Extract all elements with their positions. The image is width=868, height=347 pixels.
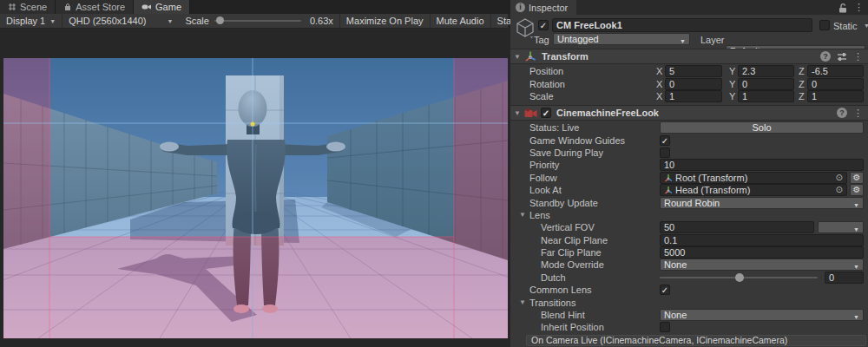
checkmark: ✓ <box>542 108 549 118</box>
object-picker-icon[interactable]: ⊙ <box>836 185 843 195</box>
game-window-guides-row: Game Window Guides ✓ <box>510 134 868 146</box>
game-window-guides-checkbox[interactable]: ✓ <box>660 135 670 146</box>
inherit-position-label: Inherit Position <box>541 322 604 332</box>
solo-button[interactable]: Solo <box>660 121 864 134</box>
checkmark: ✓ <box>540 21 547 30</box>
transform-icon <box>524 50 536 62</box>
scale-x-field[interactable]: 1 <box>665 90 722 102</box>
scale-y-field[interactable]: 1 <box>738 90 794 102</box>
standby-update-dropdown[interactable]: Round Robin▼ <box>660 197 864 209</box>
presets-icon[interactable] <box>837 52 847 62</box>
foldout-arrow-icon[interactable]: ▼ <box>514 109 524 117</box>
transform-header[interactable]: ▼ Transform ? ⋮ <box>510 49 868 64</box>
scale-value: 0.63x <box>310 16 333 26</box>
axis-z-label: Z <box>799 66 805 76</box>
blend-hint-dropdown[interactable]: None▼ <box>660 309 864 321</box>
display-dropdown[interactable]: Display 1 ▼ <box>0 14 62 29</box>
foldout-arrow-icon[interactable]: ▼ <box>514 53 524 61</box>
scale-slider[interactable] <box>214 20 301 22</box>
help-icon[interactable]: ? <box>837 108 847 118</box>
lookat-object-field[interactable]: Head (Transform) ⊙ <box>660 184 847 196</box>
gameobject-active-checkbox[interactable]: ✓ <box>538 20 549 30</box>
lookat-value: Head (Transform) <box>675 185 750 195</box>
mute-audio-button[interactable]: Mute Audio <box>430 14 490 29</box>
kebab-menu-icon[interactable]: ⋮ <box>853 108 863 119</box>
kebab-menu-icon[interactable]: ⋮ <box>854 2 864 13</box>
follow-value: Root (Transform) <box>675 173 747 183</box>
inherit-position-checkbox[interactable] <box>660 322 670 332</box>
mute-audio-label: Mute Audio <box>437 16 484 26</box>
mode-override-label: Mode Override <box>541 259 604 270</box>
transitions-foldout[interactable]: ▼ Transitions <box>510 296 868 308</box>
common-lens-label: Common Lens <box>529 285 592 295</box>
axis-z-label: Z <box>799 79 805 89</box>
rotation-z-field[interactable]: 0 <box>807 78 864 90</box>
game-view-panel: Scene Asset Store Game Display 1 ▼ QHD (… <box>0 0 510 347</box>
static-flags-dropdown[interactable]: ▼ <box>864 23 868 29</box>
tab-scene[interactable]: Scene <box>0 0 56 14</box>
dutch-slider[interactable] <box>660 272 818 284</box>
status-label: Status: Live <box>529 122 579 133</box>
gear-icon[interactable]: ⚙ <box>850 172 864 184</box>
vertical-fov-field[interactable]: 50 <box>660 221 814 233</box>
standby-update-label: Standby Update <box>529 198 598 208</box>
save-during-play-checkbox[interactable] <box>660 147 670 158</box>
tag-value: Untagged <box>557 34 599 44</box>
fov-preset-dropdown[interactable]: ▼ <box>818 221 864 233</box>
inspector-tab-bar: i Inspector ⋮ <box>510 0 868 15</box>
position-y-field[interactable]: 2.3 <box>738 65 794 77</box>
rotation-x-field[interactable]: 0 <box>665 78 722 90</box>
scene-grid-icon <box>8 3 16 11</box>
asset-store-bag-icon <box>63 3 72 11</box>
save-during-play-label: Save During Play <box>529 147 603 158</box>
hard-zone-right <box>454 58 508 338</box>
lock-icon[interactable] <box>838 3 847 13</box>
inspector-info-icon: i <box>516 3 525 12</box>
axis-y-label: Y <box>729 91 735 101</box>
rotation-y-field[interactable]: 0 <box>738 78 794 90</box>
maximize-on-play-button[interactable]: Maximize On Play <box>339 14 430 29</box>
scale-label: Scale <box>529 91 554 101</box>
kebab-menu-icon[interactable]: ⋮ <box>853 51 863 62</box>
near-clip-field[interactable]: 0.1 <box>660 234 864 246</box>
gameobject-name-field[interactable]: CM FreeLook1 <box>552 18 812 32</box>
common-lens-row: Common Lens ✓ <box>510 284 868 296</box>
position-z-field[interactable]: -6.5 <box>807 65 864 77</box>
tab-game[interactable]: Game <box>134 0 190 14</box>
tab-asset-store[interactable]: Asset Store <box>56 0 134 14</box>
mode-override-dropdown[interactable]: None▼ <box>660 259 864 271</box>
help-icon[interactable]: ? <box>820 51 831 62</box>
scale-slider-knob[interactable] <box>216 16 224 24</box>
far-clip-row: Far Clip Plane 5000 <box>510 246 868 259</box>
position-x-field[interactable]: 5 <box>665 65 722 77</box>
far-clip-field[interactable]: 5000 <box>660 246 864 259</box>
save-during-play-row: Save During Play <box>510 147 868 159</box>
gear-icon[interactable]: ⚙ <box>850 184 864 196</box>
tab-inspector[interactable]: i Inspector <box>510 0 576 15</box>
resolution-dropdown[interactable]: QHD (2560x1440) ▼ <box>62 14 179 29</box>
tag-dropdown[interactable]: Untagged▼ <box>553 33 690 45</box>
lookat-target-marker <box>251 122 255 127</box>
cinemachine-enabled-checkbox[interactable]: ✓ <box>541 108 551 118</box>
position-label: Position <box>529 66 563 76</box>
vertical-fov-row: Vertical FOV 50 ▼ <box>510 221 868 233</box>
on-camera-live-event-bar[interactable]: On Camera Live (ICinemachineCamera, ICin… <box>526 335 866 346</box>
follow-object-field[interactable]: Root (Transform) ⊙ <box>660 172 847 184</box>
static-checkbox[interactable] <box>819 20 830 30</box>
foldout-arrow-icon: ▼ <box>519 298 529 306</box>
object-picker-icon[interactable]: ⊙ <box>836 173 843 183</box>
dutch-slider-knob[interactable] <box>735 273 744 282</box>
tab-game-label: Game <box>155 2 181 12</box>
common-lens-checkbox[interactable]: ✓ <box>660 285 670 295</box>
cinemachine-header[interactable]: ▼ ✓ CinemachineFreeLook ? ⋮ <box>510 105 868 121</box>
game-toolbar: Display 1 ▼ QHD (2560x1440) ▼ Scale 0.63… <box>0 14 508 29</box>
lens-foldout[interactable]: ▼ Lens <box>510 209 868 221</box>
dutch-row: Dutch 0 <box>510 272 868 284</box>
maximize-on-play-label: Maximize On Play <box>346 16 424 26</box>
scale-z-field[interactable]: 1 <box>807 90 864 102</box>
chevron-down-icon: ▼ <box>49 18 56 24</box>
foldout-arrow-icon: ▼ <box>519 211 529 219</box>
dutch-value-field[interactable]: 0 <box>825 272 864 284</box>
priority-field[interactable]: 10 <box>660 159 864 171</box>
gameobject-cube-icon[interactable] <box>515 17 536 42</box>
